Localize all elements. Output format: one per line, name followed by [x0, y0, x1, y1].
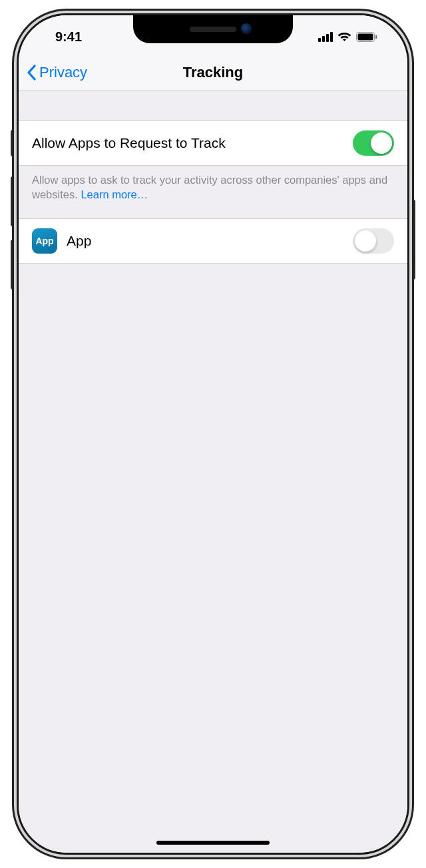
svg-rect-2 [375, 35, 377, 39]
app-row: App App [19, 218, 407, 264]
phone-volume-up [11, 176, 15, 226]
page-title: Tracking [183, 64, 243, 81]
allow-tracking-footnote: Allow apps to ask to track your activity… [19, 166, 407, 218]
status-time: 9:41 [55, 29, 82, 45]
phone-notch [133, 15, 293, 43]
back-button[interactable]: Privacy [27, 64, 87, 81]
phone-screen: 9:41 [19, 15, 407, 853]
phone-silence-switch [11, 130, 15, 156]
home-indicator[interactable] [156, 841, 270, 845]
app-tracking-toggle[interactable] [353, 228, 394, 254]
app-name: App [67, 233, 91, 249]
app-icon: App [32, 228, 57, 254]
phone-frame: 9:41 [17, 13, 409, 855]
front-camera [241, 23, 252, 34]
battery-icon [356, 32, 377, 42]
allow-tracking-toggle[interactable] [353, 130, 394, 156]
device-mockup: 9:41 [0, 0, 426, 868]
learn-more-link[interactable]: Learn more… [81, 188, 148, 200]
nav-bar: Privacy Tracking [19, 54, 407, 91]
chevron-left-icon [27, 65, 37, 81]
cellular-icon [318, 32, 333, 42]
phone-volume-down [11, 240, 15, 290]
svg-rect-1 [358, 33, 373, 40]
phone-power-button [411, 200, 415, 280]
speaker-grille [190, 27, 236, 32]
allow-tracking-label: Allow Apps to Request to Track [32, 135, 226, 151]
wifi-icon [337, 32, 351, 42]
allow-tracking-row: Allow Apps to Request to Track [19, 120, 407, 166]
status-icons [318, 32, 377, 42]
back-label: Privacy [39, 64, 87, 81]
content-area: Allow Apps to Request to Track Allow app… [19, 91, 407, 853]
